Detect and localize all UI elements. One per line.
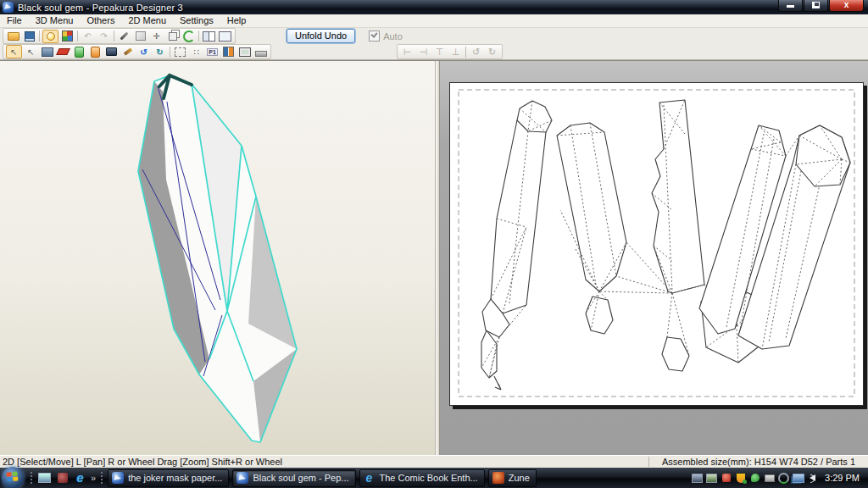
rotate-ccw-icon[interactable]: ↺ [469, 46, 483, 58]
taskbar-button-label: the joker mask paper... [128, 473, 222, 483]
window-title: Black soul gem - Pepakura Designer 3 [18, 3, 183, 13]
taskbar-button-comic-book[interactable]: e The Comic Book Enth... [359, 469, 485, 487]
windows-flag-icon [6, 471, 19, 483]
preview-icon[interactable] [237, 46, 252, 58]
menu-2d-menu[interactable]: 2D Menu [121, 14, 173, 27]
divide-parts-icon[interactable] [88, 46, 103, 58]
open-file-icon[interactable] [6, 30, 20, 42]
close-button[interactable] [829, 0, 864, 12]
pen-tool-icon[interactable] [117, 30, 131, 42]
undo-icon[interactable]: ↶ [81, 30, 95, 42]
toolbar-2d-tools: ↖ ↖ ↺ ↻ ∷ P1 ⊢ ⊣ ⊤ ⊥ ↺ ↻ [0, 44, 868, 60]
arrange-parts-icon[interactable]: ∷ [189, 46, 203, 58]
quicklaunch-grip[interactable] [30, 471, 33, 485]
taskbar-button-zune[interactable]: Zune [488, 469, 537, 487]
pepakura-taskbar-icon [112, 472, 124, 484]
texture-cube-icon[interactable] [60, 30, 75, 42]
select-move-tool-icon[interactable]: ↖ [6, 45, 22, 58]
pepakura-app-icon [3, 2, 14, 13]
pepakura-window: Black soul gem - Pepakura Designer 3 Fil… [0, 0, 868, 468]
taskband-grip[interactable] [100, 471, 103, 485]
light-toggle-icon[interactable] [42, 30, 58, 43]
updater-tray-icon[interactable] [720, 472, 732, 484]
menu-3d-menu[interactable]: 3D Menu [29, 14, 81, 27]
rotate-part-left-icon[interactable]: ↺ [136, 46, 151, 58]
system-tray: 3:29 PM [690, 472, 868, 484]
move-anchor-icon[interactable]: ✛ [149, 30, 164, 42]
start-button[interactable] [2, 467, 24, 488]
graphics-settings-tray-icon[interactable] [705, 472, 718, 484]
menu-bar: File 3D Menu Others 2D Menu Settings Hel… [0, 14, 868, 28]
unfold-undo-button[interactable]: Unfold Undo [287, 29, 355, 43]
taskbar-button-label: Zune [509, 473, 530, 483]
edge-select-tool-icon[interactable]: ↖ [24, 46, 38, 58]
restore-button[interactable] [804, 0, 828, 12]
redo-icon[interactable]: ↷ [97, 30, 111, 42]
menu-settings[interactable]: Settings [173, 14, 220, 27]
auto-checkbox[interactable] [369, 30, 380, 42]
usb-tray-icon[interactable] [763, 472, 776, 484]
windows-taskbar: e » the joker mask paper... Black soul g… [0, 468, 868, 488]
show-desktop-icon[interactable] [37, 471, 52, 485]
assembled-size: Assembled size(mm): H154 W74 D52 / Parts… [648, 457, 868, 467]
viewport-2d[interactable] [440, 61, 868, 455]
solid-view-icon[interactable] [133, 30, 147, 42]
unfolded-pattern [450, 83, 863, 405]
part-number-icon[interactable]: P1 [205, 46, 220, 58]
toolbar-main: ↶ ↷ ✛ Unfold Undo Auto [0, 28, 868, 44]
rotate-part-right-icon[interactable]: ↻ [153, 46, 167, 58]
save-file-icon[interactable] [22, 30, 36, 42]
taskbar-clock[interactable]: 3:29 PM [825, 473, 860, 483]
align-right-icon[interactable]: ⊣ [416, 46, 431, 58]
network-tray-icon[interactable] [792, 472, 804, 484]
split-view-icon[interactable] [202, 30, 216, 42]
internet-explorer-icon[interactable]: e [73, 471, 87, 485]
flap-edit-icon[interactable] [104, 46, 119, 58]
taskbar-button-joker-mask[interactable]: the joker mask paper... [108, 469, 229, 487]
flatten-icon[interactable] [253, 46, 268, 58]
viewport-3d[interactable] [0, 61, 435, 455]
duplicate-icon[interactable] [165, 30, 180, 42]
rotate-cw-icon[interactable]: ↻ [485, 46, 499, 58]
display-tray-icon[interactable] [691, 472, 704, 484]
align-left-icon[interactable]: ⊢ [400, 46, 415, 58]
status-hint: 2D [Select/Move] L [Pan] R or Wheel Drag… [0, 457, 648, 467]
quick-launch: e » [27, 471, 106, 485]
single-view-icon[interactable] [218, 30, 232, 42]
texture-image-icon[interactable] [40, 46, 54, 58]
sync-tray-icon[interactable] [777, 472, 790, 484]
eraser-tool-icon[interactable] [56, 46, 70, 58]
phone-tray-icon[interactable] [748, 472, 761, 484]
status-bar: 2D [Select/Move] L [Pan] R or Wheel Drag… [0, 455, 868, 468]
taskbar-button-label: Black soul gem - Pep... [253, 473, 348, 483]
security-shield-tray-icon[interactable] [734, 472, 747, 484]
align-bottom-icon[interactable]: ⊥ [448, 46, 463, 58]
pepakura-taskbar-icon [236, 472, 248, 484]
join-parts-icon[interactable] [72, 46, 86, 58]
select-rectangle-icon[interactable] [173, 46, 187, 58]
crystal-3d-model [0, 61, 435, 455]
menu-others[interactable]: Others [80, 14, 121, 27]
menu-file[interactable]: File [0, 14, 29, 27]
volume-tray-icon[interactable] [806, 472, 819, 484]
parts-list-icon[interactable] [221, 46, 236, 58]
paint-tool-icon[interactable] [120, 46, 135, 58]
menu-help[interactable]: Help [220, 14, 253, 27]
auto-checkbox-label: Auto [383, 31, 403, 42]
title-bar: Black soul gem - Pepakura Designer 3 [0, 0, 868, 14]
ie-taskbar-icon: e [364, 472, 376, 484]
media-app-icon[interactable] [55, 471, 70, 485]
rotate-model-icon[interactable] [181, 30, 196, 42]
taskbar-button-black-soul-gem[interactable]: Black soul gem - Pep... [232, 469, 355, 487]
overflow-chevron-icon[interactable]: » [91, 473, 96, 483]
zune-taskbar-icon [492, 472, 504, 484]
pattern-page [449, 82, 864, 406]
taskbar-button-label: The Comic Book Enth... [380, 473, 478, 483]
align-top-icon[interactable]: ⊤ [432, 46, 447, 58]
minimize-button[interactable] [778, 0, 803, 12]
